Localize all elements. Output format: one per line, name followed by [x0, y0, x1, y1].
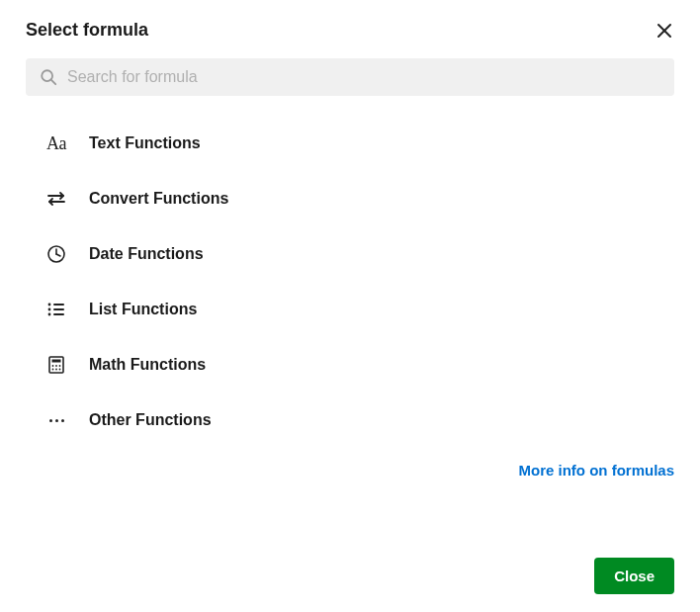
svg-rect-15 [49, 357, 63, 373]
category-label: Date Functions [89, 245, 204, 263]
category-convert-functions[interactable]: Convert Functions [26, 171, 674, 226]
category-list: Aa Text Functions Convert Functions Date… [26, 116, 674, 448]
close-button[interactable]: Close [594, 558, 674, 594]
more-info-link[interactable]: More info on formulas [519, 462, 675, 479]
svg-line-8 [56, 254, 60, 256]
clock-icon [45, 243, 67, 265]
category-label: Text Functions [89, 134, 201, 152]
category-math-functions[interactable]: Math Functions [26, 337, 674, 393]
category-text-functions[interactable]: Aa Text Functions [26, 116, 674, 171]
category-label: Other Functions [89, 411, 212, 429]
svg-rect-16 [52, 360, 61, 363]
calculator-icon [45, 354, 67, 376]
list-icon [45, 299, 67, 320]
svg-point-11 [48, 308, 51, 311]
category-label: List Functions [89, 301, 197, 318]
category-other-functions[interactable]: Other Functions [26, 393, 674, 448]
close-icon[interactable] [655, 21, 674, 41]
svg-point-21 [55, 369, 57, 371]
svg-point-18 [55, 365, 57, 367]
svg-point-17 [52, 365, 54, 367]
category-list-functions[interactable]: List Functions [26, 282, 674, 337]
svg-rect-10 [53, 304, 64, 306]
convert-icon [45, 188, 67, 210]
search-container [26, 58, 674, 96]
svg-point-13 [48, 313, 51, 316]
svg-point-19 [59, 365, 61, 367]
search-input[interactable] [67, 68, 660, 86]
svg-point-22 [59, 369, 61, 371]
svg-rect-12 [53, 308, 64, 310]
svg-point-9 [48, 304, 51, 306]
category-date-functions[interactable]: Date Functions [26, 226, 674, 282]
svg-line-3 [51, 80, 56, 85]
text-icon: Aa [45, 132, 67, 154]
dialog-title: Select formula [26, 20, 148, 41]
search-icon [40, 68, 57, 86]
ellipsis-icon [45, 409, 67, 431]
svg-rect-14 [53, 313, 64, 315]
dialog-footer: Close [26, 558, 674, 594]
category-label: Math Functions [89, 356, 206, 374]
svg-point-20 [52, 369, 54, 371]
more-info-container: More info on formulas [26, 462, 674, 480]
category-label: Convert Functions [89, 190, 228, 208]
